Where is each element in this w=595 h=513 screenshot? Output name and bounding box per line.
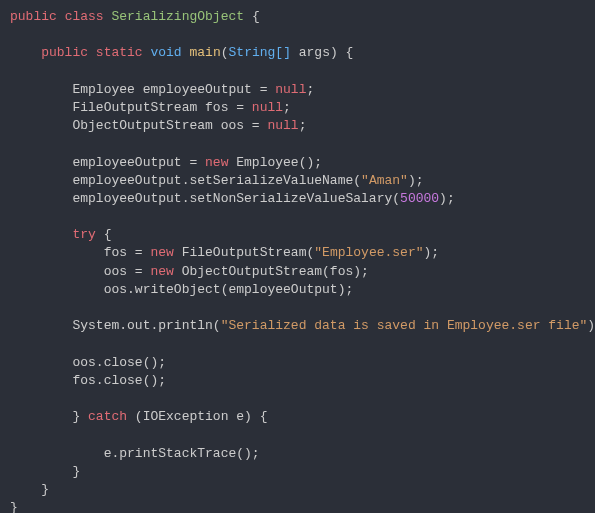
code-line: ObjectOutputStream oos = null; xyxy=(10,118,307,133)
keyword: class xyxy=(65,9,104,24)
code-line: employeeOutput = new Employee(); xyxy=(10,155,322,170)
code-line: System.out.println("Serialized data is s… xyxy=(10,318,595,333)
keyword: static xyxy=(96,45,143,60)
number-literal: 50000 xyxy=(400,191,439,206)
code-line: FileOutputStream fos = null; xyxy=(10,100,291,115)
code-line: oos.writeObject(employeeOutput); xyxy=(10,282,353,297)
code-line: } catch (IOException e) { xyxy=(10,409,267,424)
code-line: e.printStackTrace(); xyxy=(10,446,260,461)
new-keyword: new xyxy=(150,264,173,279)
keyword: public xyxy=(10,9,57,24)
catch-keyword: catch xyxy=(80,409,127,424)
null-keyword: null xyxy=(252,100,283,115)
type: String[] xyxy=(229,45,291,60)
code-line: fos = new FileOutputStream("Employee.ser… xyxy=(10,245,439,260)
string-literal: "Serialized data is saved in Employee.se… xyxy=(221,318,588,333)
string-literal: "Employee.ser" xyxy=(314,245,423,260)
new-keyword: new xyxy=(150,245,173,260)
keyword: public xyxy=(41,45,88,60)
code-line: try { xyxy=(10,227,111,242)
string-literal: "Aman" xyxy=(361,173,408,188)
code-line: public class SerializingObject { xyxy=(10,9,260,24)
code-line: oos.close(); xyxy=(10,355,166,370)
code-line: oos = new ObjectOutputStream(fos); xyxy=(10,264,369,279)
code-line: employeeOutput.setSerializeValueName("Am… xyxy=(10,173,424,188)
code-line: public static void main(String[] args) { xyxy=(10,45,353,60)
code-line: fos.close(); xyxy=(10,373,166,388)
code-line: } xyxy=(10,500,18,513)
function-name: main xyxy=(190,45,221,60)
null-keyword: null xyxy=(267,118,298,133)
new-keyword: new xyxy=(205,155,228,170)
code-line: } xyxy=(10,464,80,479)
code-line: Employee employeeOutput = null; xyxy=(10,82,314,97)
null-keyword: null xyxy=(275,82,306,97)
brace: { xyxy=(244,9,260,24)
class-name: SerializingObject xyxy=(111,9,244,24)
keyword: void xyxy=(150,45,181,60)
code-line: } xyxy=(10,482,49,497)
code-block: public class SerializingObject { public … xyxy=(0,0,595,513)
code-line: employeeOutput.setNonSerializeValueSalar… xyxy=(10,191,455,206)
try-keyword: try xyxy=(72,227,95,242)
